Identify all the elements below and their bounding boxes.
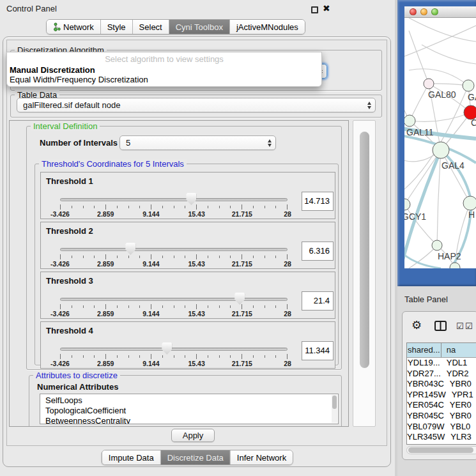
tab-impute-data[interactable]: Impute Data: [102, 450, 161, 464]
tick-label: 15.43: [188, 310, 204, 318]
scrollbar-thumb[interactable]: [408, 447, 473, 453]
table-row[interactable]: YDL19...YDL1: [407, 358, 476, 369]
gear-icon[interactable]: ⚙: [411, 318, 422, 332]
table-data-combobox[interactable]: galFiltered.sif default node: [17, 98, 376, 112]
numerical-attributes-list[interactable]: SelfLoopsTopologicalCoefficientBetweenne…: [40, 394, 339, 424]
table-row[interactable]: YPR145WYPR1: [407, 390, 476, 401]
network-window: GAL80GACGAL11GAL4GCY1HHAP2: [397, 0, 476, 286]
slider-track[interactable]: [60, 298, 288, 301]
tab-style[interactable]: Style: [101, 20, 133, 34]
tick-label: 21.715: [232, 360, 252, 367]
num-intervals-value: 5: [126, 138, 130, 148]
numerical-attribute-item[interactable]: TopologicalCoefficient: [45, 406, 338, 416]
slider-ticks: [60, 354, 288, 360]
close-icon[interactable]: ✖: [323, 3, 330, 13]
network-node[interactable]: [424, 79, 434, 89]
network-node[interactable]: [404, 199, 410, 210]
slider-track[interactable]: [60, 198, 288, 201]
network-node[interactable]: [463, 196, 476, 210]
threshold-value-field[interactable]: 21.4: [302, 291, 334, 311]
algorithm-option-equal-width[interactable]: Equal Width/Frequency Discretization: [7, 75, 321, 84]
slider-thumb[interactable]: [234, 293, 245, 305]
tick-label: 21.715: [232, 210, 252, 218]
minimize-traffic-light-icon[interactable]: [420, 8, 427, 15]
apply-button[interactable]: Apply: [171, 429, 215, 442]
network-node[interactable]: [450, 263, 460, 268]
threshold-panel-1: Threshold 1-3.4262.8599.14415.4321.71528…: [40, 172, 335, 219]
zoom-traffic-light-icon[interactable]: [431, 8, 438, 15]
tab-select[interactable]: Select: [133, 20, 169, 34]
group-label: Threshold's Coordinates for 5 Intervals: [39, 159, 187, 169]
tab-cyni-toolbox[interactable]: Cyni Toolbox: [169, 20, 230, 34]
tab-infer-network[interactable]: Infer Network: [231, 450, 293, 464]
network-canvas[interactable]: GAL80GACGAL11GAL4GCY1HHAP2: [404, 18, 476, 268]
slider-thumb[interactable]: [125, 243, 135, 255]
network-node[interactable]: [433, 142, 449, 158]
scrollbar-thumb[interactable]: [360, 132, 369, 368]
numerical-attribute-item[interactable]: SelfLoops: [45, 395, 338, 406]
network-edge: [404, 26, 476, 58]
num-intervals-label: Number of Intervals: [40, 138, 118, 148]
threshold-panel-2: Threshold 2-3.4262.8599.14415.4321.71528…: [40, 222, 335, 269]
group-label: Attributes to discretize: [33, 371, 120, 380]
table-row[interactable]: YBR045CYBR0: [407, 411, 476, 422]
network-node[interactable]: [432, 240, 442, 250]
num-intervals-combobox[interactable]: 5: [119, 135, 276, 150]
tab-network[interactable]: Network: [47, 20, 101, 34]
network-edge: [404, 252, 441, 268]
table-cell: YBR045C: [407, 411, 445, 422]
table-row[interactable]: YIL052CYIL0: [407, 443, 476, 445]
slider-thumb[interactable]: [186, 193, 196, 205]
settings-scroll-viewport: Interval Definition Number of Intervals …: [9, 120, 349, 427]
threshold-value-field[interactable]: 6.316: [302, 242, 334, 261]
tab-label: Select: [139, 22, 162, 32]
table-row[interactable]: YER054CYER0: [407, 400, 476, 411]
network-edge: [409, 69, 468, 86]
tab-label: Cyni Toolbox: [176, 22, 223, 32]
split-columns-icon[interactable]: [434, 321, 447, 334]
float-icon[interactable]: [311, 6, 318, 13]
tab-jactivemnodules[interactable]: jActiveMNodules: [230, 20, 305, 34]
group-label: Interval Definition: [31, 121, 100, 131]
close-traffic-light-icon[interactable]: [410, 8, 417, 15]
checkbox-icon[interactable]: ☑: [465, 321, 473, 331]
combo-stepper-icon: [367, 102, 371, 109]
tick-label: 9.144: [142, 360, 159, 367]
table-cell: YBR0: [445, 379, 476, 390]
checkbox-icon[interactable]: ☑: [456, 321, 464, 331]
tab-discretize-data[interactable]: Discretize Data: [161, 450, 231, 464]
slider-track[interactable]: [60, 348, 288, 351]
threshold-value-field[interactable]: 14.713: [302, 192, 334, 211]
table-cell: YDL1: [441, 358, 476, 369]
combo-stepper-icon: [268, 139, 272, 147]
horizontal-scrollbar[interactable]: [406, 446, 476, 454]
node-attribute-table: shared...na YDL19...YDL1YDR27...YDR2YBR0…: [406, 342, 476, 445]
tab-label: Discretize Data: [167, 453, 224, 463]
tick-label: 9.144: [142, 210, 159, 218]
numerical-attributes-label: Numerical Attributes: [37, 382, 118, 392]
network-node[interactable]: [463, 80, 474, 91]
table-row[interactable]: YBL079WYBL0: [407, 422, 476, 433]
numerical-attribute-item[interactable]: BetweennessCentrality: [45, 416, 338, 424]
algorithm-option-manual[interactable]: Manual Discretization: [7, 65, 321, 75]
slider-ticks: [60, 304, 288, 310]
threshold-value-field[interactable]: 11.344: [302, 341, 334, 360]
slider-thumb[interactable]: [162, 342, 172, 355]
table-row[interactable]: YDR27...YDR2: [407, 369, 476, 380]
list-scrollbar[interactable]: [332, 395, 337, 423]
slider-track[interactable]: [60, 248, 288, 251]
table-row[interactable]: YLR345WYLR3: [407, 432, 476, 443]
column-header[interactable]: shared...: [407, 343, 441, 357]
column-header[interactable]: na: [441, 343, 476, 357]
network-edge: [410, 84, 429, 121]
table-data-value: galFiltered.sif default node: [23, 100, 120, 110]
vertical-scrollbar[interactable]: [353, 120, 376, 427]
table-row[interactable]: YBR043CYBR0: [407, 379, 476, 390]
tick-label: -3.426: [50, 310, 70, 318]
tick-label: 9.144: [142, 260, 159, 268]
node-label: C: [471, 118, 476, 128]
network-window-titlebar[interactable]: [404, 6, 476, 18]
node-label: GA: [468, 92, 476, 102]
network-node[interactable]: [404, 115, 415, 127]
tick-label: 21.715: [232, 310, 252, 318]
